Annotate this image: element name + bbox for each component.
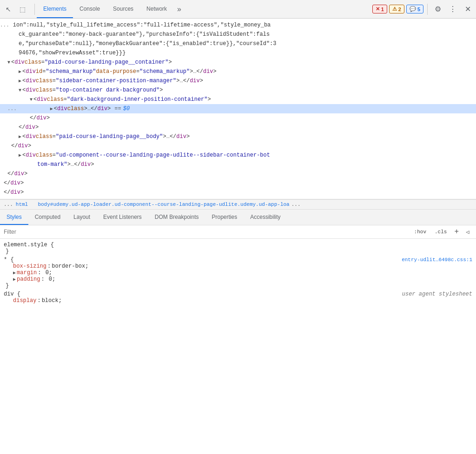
- css-colon: :: [47, 263, 51, 270]
- html-line: </div>: [0, 188, 476, 197]
- lower-panel: Styles Computed Layout Event Listeners D…: [0, 210, 476, 454]
- html-line[interactable]: ▶ <div class="ud-component--course-landi…: [0, 151, 476, 160]
- html-line[interactable]: ▼ <div class="top-container dark-backgro…: [0, 86, 476, 95]
- breadcrumb-bar: ... html body#udemy.ud-app-loader.ud-com…: [0, 199, 476, 210]
- css-brace: }: [6, 283, 9, 289]
- html-line[interactable]: ▶ <div class="sidebar-container-position…: [0, 76, 476, 86]
- dots-indicator: ...: [0, 105, 17, 113]
- margin-expand-arrow[interactable]: ▶: [13, 270, 16, 276]
- cursor-icon[interactable]: ↖: [2, 3, 15, 16]
- attr-name: class: [25, 58, 41, 66]
- tab-computed[interactable]: Computed: [28, 210, 67, 225]
- expand-triangle[interactable]: ▶: [19, 68, 21, 75]
- html-line: </div>: [0, 113, 476, 123]
- breadcrumb-item-html[interactable]: html: [16, 202, 28, 207]
- tab-sources[interactable]: Sources: [106, 0, 140, 18]
- css-property-empty: }: [4, 248, 472, 255]
- css-prop-value: border-box;: [52, 263, 88, 270]
- close-icon[interactable]: ✕: [461, 3, 474, 16]
- tab-more-icon[interactable]: »: [173, 0, 185, 18]
- tab-console[interactable]: Console: [73, 0, 106, 18]
- css-selector: element.style {: [4, 242, 54, 248]
- add-style-button[interactable]: +: [452, 227, 461, 237]
- css-prop-name: display: [13, 297, 36, 304]
- html-line: </div>: [0, 169, 476, 178]
- css-colon: :: [38, 270, 41, 276]
- toolbar-left-icons: ↖ ⬚: [2, 3, 29, 16]
- expand-triangle[interactable]: ▼: [30, 96, 33, 103]
- filter-input[interactable]: [4, 229, 407, 235]
- toolbar-right: ✕ 1 ⚠ 2 💬 5 ⚙ ⋮ ✕: [372, 3, 474, 16]
- selected-html-line[interactable]: ... ▶ <div class>…</div> == $0: [0, 104, 476, 113]
- expand-triangle[interactable]: ▼: [7, 59, 10, 66]
- cls-button[interactable]: .cls: [431, 228, 450, 236]
- settings-icon[interactable]: ⚙: [431, 3, 444, 16]
- styles-tab-bar: Styles Computed Layout Event Listeners D…: [0, 210, 476, 225]
- filter-buttons: :hov .cls + ◁: [411, 227, 472, 237]
- breadcrumb-item-body[interactable]: body#udemy.ud-app-loader.ud-component--c…: [38, 202, 289, 207]
- attr-value: "paid-course-landing-page__container": [45, 58, 168, 66]
- expand-triangle[interactable]: ▶: [19, 133, 21, 140]
- expand-triangle[interactable]: ▶: [50, 105, 53, 112]
- dots-indicator: ...: [0, 21, 9, 29]
- hov-button[interactable]: :hov: [411, 228, 430, 236]
- elements-panel: ... ion":null,"style_full_lifetime_acces…: [0, 19, 476, 454]
- html-line: </div>: [0, 141, 476, 151]
- html-line: ... ion":null,"style_full_lifetime_acces…: [0, 20, 476, 30]
- warning-badge[interactable]: ⚠ 2: [389, 5, 404, 13]
- tab-accessibility[interactable]: Accessibility: [244, 210, 287, 225]
- toggle-panel-button[interactable]: ◁: [463, 227, 472, 237]
- css-prop-value: 0;: [46, 276, 56, 283]
- css-colon: :: [41, 276, 44, 283]
- error-icon: ✕: [376, 6, 380, 12]
- css-closing-brace-star: }: [4, 283, 472, 289]
- tag-bracket: <: [11, 58, 14, 66]
- css-rule-div: div { user agent stylesheet display : bl…: [4, 291, 472, 304]
- html-line[interactable]: ▶ <div class="paid-course-landing-page__…: [0, 132, 476, 141]
- inspect-icon[interactable]: ⬚: [16, 3, 29, 16]
- info-count: 5: [417, 7, 420, 12]
- padding-expand-arrow[interactable]: ▶: [13, 276, 16, 282]
- css-prop-value: 0;: [42, 270, 52, 276]
- tab-dom-breakpoints[interactable]: DOM Breakpoints: [148, 210, 205, 225]
- css-rule-header-star: * { entry-udlit…6498c.css:1: [4, 257, 472, 263]
- css-rule-header-div: div { user agent stylesheet: [4, 291, 472, 297]
- html-line[interactable]: ▼ <div class="dark-background-inner-posi…: [0, 95, 476, 104]
- devtools-toolbar: ↖ ⬚ Elements Console Sources Network » ✕…: [0, 0, 476, 19]
- css-prop-name: box-sizing: [13, 263, 46, 270]
- tab-styles[interactable]: Styles: [0, 210, 28, 225]
- html-text: ck_guarantee":"money-back-guarantee"},"p…: [0, 30, 270, 39]
- toolbar-separator-1: [34, 4, 35, 15]
- expand-triangle[interactable]: ▼: [19, 87, 21, 94]
- html-line: </div>: [0, 178, 476, 188]
- tab-elements[interactable]: Elements: [37, 0, 73, 18]
- tab-network[interactable]: Network: [140, 0, 173, 18]
- tag-bracket: >: [169, 58, 172, 66]
- warning-count: 2: [398, 7, 401, 12]
- expand-triangle[interactable]: ▶: [19, 152, 21, 159]
- tab-event-listeners[interactable]: Event Listeners: [97, 210, 148, 225]
- html-line: tom-mark">…</div>: [0, 160, 476, 169]
- css-selector-star: * {: [4, 257, 14, 263]
- more-options-icon[interactable]: ⋮: [446, 3, 459, 16]
- breadcrumb-separator: [30, 202, 36, 207]
- expand-triangle[interactable]: ▶: [19, 78, 21, 85]
- html-text: e,"purchaseDate":null},"moneyBackGuarant…: [0, 39, 277, 48]
- tag-name: div: [14, 58, 25, 66]
- dollar-sign: $0: [123, 105, 130, 113]
- breadcrumb-dots: ...: [4, 202, 13, 207]
- tab-layout[interactable]: Layout: [67, 210, 97, 225]
- html-viewer[interactable]: ... ion":null,"style_full_lifetime_acces…: [0, 19, 476, 199]
- css-source-star[interactable]: entry-udlit…6498c.css:1: [402, 257, 472, 263]
- css-prop-name: margin: [17, 270, 37, 276]
- html-line: e,"purchaseDate":null},"moneyBackGuarant…: [0, 39, 476, 48]
- info-icon: 💬: [410, 6, 416, 12]
- css-selector-div: div {: [4, 291, 20, 297]
- html-line[interactable]: ▼ <div class="paid-course-landing-page__…: [0, 58, 476, 67]
- css-panel[interactable]: element.style { } * { entry-udlit…6498c.…: [0, 239, 476, 454]
- html-line[interactable]: ▶ <div id="schema_markup" data-purpose="…: [0, 67, 476, 76]
- equals-sign: ==: [114, 105, 121, 113]
- info-badge[interactable]: 💬 5: [406, 5, 423, 13]
- tab-properties[interactable]: Properties: [205, 210, 244, 225]
- error-badge[interactable]: ✕ 1: [372, 5, 387, 13]
